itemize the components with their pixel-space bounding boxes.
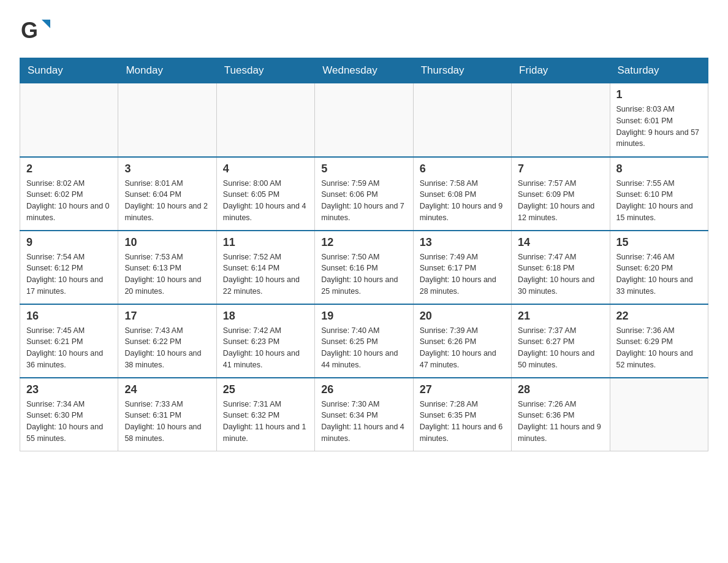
calendar-day: 17Sunrise: 7:43 AM Sunset: 6:22 PM Dayli…: [118, 304, 216, 378]
calendar-day: 18Sunrise: 7:42 AM Sunset: 6:23 PM Dayli…: [216, 304, 314, 378]
calendar-day: [512, 83, 610, 157]
logo-area: G: [20, 15, 51, 47]
day-info: Sunrise: 7:55 AM Sunset: 6:10 PM Dayligh…: [616, 178, 702, 224]
calendar-day: 19Sunrise: 7:40 AM Sunset: 6:25 PM Dayli…: [315, 304, 413, 378]
day-number: 25: [223, 383, 308, 396]
calendar-day: 2Sunrise: 8:02 AM Sunset: 6:02 PM Daylig…: [20, 157, 118, 231]
day-info: Sunrise: 7:36 AM Sunset: 6:29 PM Dayligh…: [616, 325, 702, 371]
day-number: 6: [420, 163, 505, 175]
day-info: Sunrise: 7:54 AM Sunset: 6:12 PM Dayligh…: [26, 251, 112, 297]
weekday-header-wednesday: Wednesday: [315, 58, 413, 83]
calendar-day: 7Sunrise: 7:57 AM Sunset: 6:09 PM Daylig…: [512, 157, 610, 231]
calendar-day: [118, 83, 216, 157]
day-number: 15: [616, 236, 702, 249]
day-number: 17: [124, 310, 210, 323]
day-number: 28: [518, 383, 603, 396]
calendar-day: 27Sunrise: 7:28 AM Sunset: 6:35 PM Dayli…: [413, 378, 511, 451]
calendar-day: 1Sunrise: 8:03 AM Sunset: 6:01 PM Daylig…: [610, 83, 708, 157]
day-info: Sunrise: 7:28 AM Sunset: 6:35 PM Dayligh…: [420, 399, 505, 445]
weekday-header-saturday: Saturday: [610, 58, 708, 83]
day-number: 21: [518, 310, 603, 323]
day-number: 20: [420, 310, 505, 323]
calendar-day: 13Sunrise: 7:49 AM Sunset: 6:17 PM Dayli…: [413, 231, 511, 304]
calendar-day: 16Sunrise: 7:45 AM Sunset: 6:21 PM Dayli…: [20, 304, 118, 378]
svg-marker-1: [42, 20, 50, 28]
day-info: Sunrise: 7:46 AM Sunset: 6:20 PM Dayligh…: [616, 251, 702, 297]
calendar-week-row: 16Sunrise: 7:45 AM Sunset: 6:21 PM Dayli…: [20, 304, 708, 378]
calendar-day: 5Sunrise: 7:59 AM Sunset: 6:06 PM Daylig…: [315, 157, 413, 231]
day-number: 11: [223, 236, 308, 249]
logo-icon: G: [20, 15, 51, 47]
day-info: Sunrise: 7:34 AM Sunset: 6:30 PM Dayligh…: [26, 399, 112, 445]
day-number: 4: [223, 163, 308, 175]
day-number: 19: [321, 310, 406, 323]
day-info: Sunrise: 7:33 AM Sunset: 6:31 PM Dayligh…: [124, 399, 210, 445]
calendar-week-row: 23Sunrise: 7:34 AM Sunset: 6:30 PM Dayli…: [20, 378, 708, 451]
day-number: 18: [223, 310, 308, 323]
day-number: 7: [518, 163, 603, 175]
weekday-header-sunday: Sunday: [20, 58, 118, 83]
day-info: Sunrise: 7:26 AM Sunset: 6:36 PM Dayligh…: [518, 399, 603, 445]
calendar-day: 9Sunrise: 7:54 AM Sunset: 6:12 PM Daylig…: [20, 231, 118, 304]
day-number: 12: [321, 236, 406, 249]
day-number: 8: [616, 163, 702, 175]
day-number: 24: [124, 383, 210, 396]
calendar-table: SundayMondayTuesdayWednesdayThursdayFrid…: [20, 58, 708, 451]
day-info: Sunrise: 7:49 AM Sunset: 6:17 PM Dayligh…: [420, 251, 505, 297]
day-number: 16: [26, 310, 112, 323]
calendar-day: 28Sunrise: 7:26 AM Sunset: 6:36 PM Dayli…: [512, 378, 610, 451]
calendar-day: [610, 378, 708, 451]
day-info: Sunrise: 8:00 AM Sunset: 6:05 PM Dayligh…: [223, 178, 308, 224]
calendar-day: 21Sunrise: 7:37 AM Sunset: 6:27 PM Dayli…: [512, 304, 610, 378]
day-info: Sunrise: 8:02 AM Sunset: 6:02 PM Dayligh…: [26, 178, 112, 224]
calendar-day: [216, 83, 314, 157]
weekday-header-monday: Monday: [118, 58, 216, 83]
calendar-day: [413, 83, 511, 157]
calendar-day: 12Sunrise: 7:50 AM Sunset: 6:16 PM Dayli…: [315, 231, 413, 304]
day-number: 2: [26, 163, 112, 175]
day-info: Sunrise: 8:01 AM Sunset: 6:04 PM Dayligh…: [124, 178, 210, 224]
day-info: Sunrise: 7:39 AM Sunset: 6:26 PM Dayligh…: [420, 325, 505, 371]
day-info: Sunrise: 8:03 AM Sunset: 6:01 PM Dayligh…: [616, 104, 702, 150]
calendar-day: 23Sunrise: 7:34 AM Sunset: 6:30 PM Dayli…: [20, 378, 118, 451]
calendar-week-row: 2Sunrise: 8:02 AM Sunset: 6:02 PM Daylig…: [20, 157, 708, 231]
day-number: 23: [26, 383, 112, 396]
page-header: G: [20, 15, 708, 47]
day-number: 10: [124, 236, 210, 249]
day-info: Sunrise: 7:30 AM Sunset: 6:34 PM Dayligh…: [321, 399, 406, 445]
calendar-header-row: SundayMondayTuesdayWednesdayThursdayFrid…: [20, 58, 708, 83]
day-info: Sunrise: 7:58 AM Sunset: 6:08 PM Dayligh…: [420, 178, 505, 224]
day-info: Sunrise: 7:31 AM Sunset: 6:32 PM Dayligh…: [223, 399, 308, 445]
calendar-day: 22Sunrise: 7:36 AM Sunset: 6:29 PM Dayli…: [610, 304, 708, 378]
day-info: Sunrise: 7:50 AM Sunset: 6:16 PM Dayligh…: [321, 251, 406, 297]
calendar-week-row: 9Sunrise: 7:54 AM Sunset: 6:12 PM Daylig…: [20, 231, 708, 304]
day-number: 5: [321, 163, 406, 175]
day-info: Sunrise: 7:52 AM Sunset: 6:14 PM Dayligh…: [223, 251, 308, 297]
day-info: Sunrise: 7:47 AM Sunset: 6:18 PM Dayligh…: [518, 251, 603, 297]
day-number: 3: [124, 163, 210, 175]
day-number: 27: [420, 383, 505, 396]
calendar-day: 24Sunrise: 7:33 AM Sunset: 6:31 PM Dayli…: [118, 378, 216, 451]
day-number: 26: [321, 383, 406, 396]
day-number: 1: [616, 88, 702, 101]
calendar-day: 25Sunrise: 7:31 AM Sunset: 6:32 PM Dayli…: [216, 378, 314, 451]
weekday-header-thursday: Thursday: [413, 58, 511, 83]
calendar-day: 11Sunrise: 7:52 AM Sunset: 6:14 PM Dayli…: [216, 231, 314, 304]
calendar-day: 20Sunrise: 7:39 AM Sunset: 6:26 PM Dayli…: [413, 304, 511, 378]
calendar-week-row: 1Sunrise: 8:03 AM Sunset: 6:01 PM Daylig…: [20, 83, 708, 157]
day-info: Sunrise: 7:40 AM Sunset: 6:25 PM Dayligh…: [321, 325, 406, 371]
day-number: 13: [420, 236, 505, 249]
day-info: Sunrise: 7:37 AM Sunset: 6:27 PM Dayligh…: [518, 325, 603, 371]
day-number: 22: [616, 310, 702, 323]
weekday-header-tuesday: Tuesday: [216, 58, 314, 83]
calendar-day: [20, 83, 118, 157]
day-info: Sunrise: 7:42 AM Sunset: 6:23 PM Dayligh…: [223, 325, 308, 371]
calendar-day: 8Sunrise: 7:55 AM Sunset: 6:10 PM Daylig…: [610, 157, 708, 231]
day-info: Sunrise: 7:57 AM Sunset: 6:09 PM Dayligh…: [518, 178, 603, 224]
calendar-day: 14Sunrise: 7:47 AM Sunset: 6:18 PM Dayli…: [512, 231, 610, 304]
day-info: Sunrise: 7:45 AM Sunset: 6:21 PM Dayligh…: [26, 325, 112, 371]
calendar-day: 26Sunrise: 7:30 AM Sunset: 6:34 PM Dayli…: [315, 378, 413, 451]
calendar-day: 4Sunrise: 8:00 AM Sunset: 6:05 PM Daylig…: [216, 157, 314, 231]
calendar-day: 10Sunrise: 7:53 AM Sunset: 6:13 PM Dayli…: [118, 231, 216, 304]
calendar-day: 6Sunrise: 7:58 AM Sunset: 6:08 PM Daylig…: [413, 157, 511, 231]
